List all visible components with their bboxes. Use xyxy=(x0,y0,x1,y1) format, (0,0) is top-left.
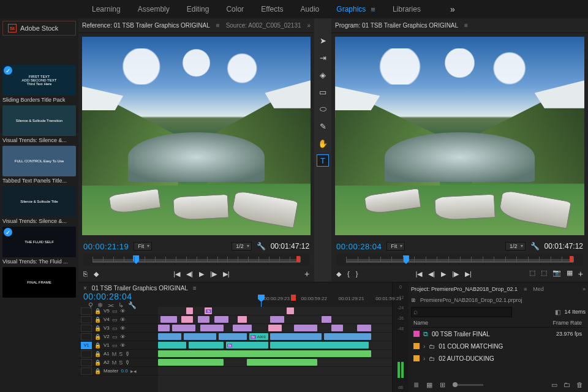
template-item[interactable]: Silence & Solitude TransitionVisual Tren… xyxy=(2,105,76,143)
program-timecode-dur: 00:01:47:12 xyxy=(545,242,583,251)
reference-timecode-in[interactable]: 00:00:21:19 xyxy=(83,242,129,251)
list-view-icon[interactable]: ≣ xyxy=(413,381,419,389)
source-tab[interactable]: Source: A002_C005_02131 xyxy=(226,22,301,29)
eyedropper-tool-icon[interactable]: ✎ xyxy=(317,120,329,132)
ellipse-tool-icon[interactable]: ⬭ xyxy=(317,103,329,115)
template-item[interactable]: FULL CONTROL Easy To UseTabbed Text Pane… xyxy=(2,146,76,184)
zoom-slider[interactable] xyxy=(453,384,483,386)
add-marker-icon[interactable]: ◆ xyxy=(336,270,341,278)
step-forward-icon[interactable]: |▶ xyxy=(210,270,217,278)
type-tool-icon[interactable]: T xyxy=(317,154,329,167)
new-item-icon[interactable]: ▭ xyxy=(551,381,557,389)
workspace-tab-assembly[interactable]: Assembly xyxy=(138,5,170,13)
icon-view-icon[interactable]: ▦ xyxy=(426,381,432,389)
project-overflow-icon[interactable]: » xyxy=(582,286,586,292)
column-framerate[interactable]: Frame Rate xyxy=(543,320,586,326)
check-icon: ✓ xyxy=(4,228,12,236)
column-name[interactable]: Name xyxy=(411,320,543,326)
workspace-tab-effects[interactable]: Effects xyxy=(261,5,283,13)
media-browser-tab[interactable]: Med xyxy=(533,286,544,292)
program-scrubber[interactable] xyxy=(336,254,583,266)
label-swatch xyxy=(413,331,420,337)
monitor-tabs-overflow-icon[interactable]: » xyxy=(307,22,311,29)
reference-tab-menu-icon[interactable]: ≡ xyxy=(216,22,220,29)
program-viewport[interactable] xyxy=(335,37,584,235)
add-marker-icon[interactable]: ◆ xyxy=(94,270,99,278)
workspace-tab-graphics[interactable]: Graphics xyxy=(336,5,366,13)
track-target-v1[interactable]: V1 xyxy=(81,342,92,349)
program-timecode-in[interactable]: 00:00:28:04 xyxy=(336,242,382,251)
template-thumbnail: FULL CONTROL Easy To Use xyxy=(2,146,76,176)
reference-settings-icon[interactable]: 🔧 xyxy=(257,242,266,251)
template-item[interactable]: ✓FIRST TEXT ADD SECOND TEXT Third Text H… xyxy=(2,65,76,103)
project-row[interactable]: ⧉00 TSB Trailer FINAL23.976 fps xyxy=(411,328,586,340)
workspace-tab-learning[interactable]: Learning xyxy=(92,5,121,13)
rectangle-tool-icon[interactable]: ▭ xyxy=(317,86,329,98)
program-resolution-select[interactable]: 1/2 xyxy=(505,242,526,251)
reference-viewport[interactable] xyxy=(82,37,311,235)
template-thumbnail: ✓FIRST TEXT ADD SECOND TEXT Third Text H… xyxy=(2,65,76,96)
new-bin-icon[interactable]: 🗀 xyxy=(564,381,570,389)
delete-icon[interactable]: 🗑 xyxy=(576,381,583,389)
pen-tool-icon[interactable]: ◈ xyxy=(317,69,329,81)
project-file-icon: 🗎 xyxy=(411,297,417,303)
project-tab[interactable]: Project: PremierePro_NAB2018_Drop_02.1 xyxy=(411,286,518,292)
selection-tool-icon[interactable]: ➤ xyxy=(317,34,329,47)
program-tab[interactable]: Program: 01 TSB Trailer Graphics ORIGINA… xyxy=(335,22,458,29)
chevron-right-icon[interactable]: › xyxy=(423,355,425,362)
go-to-out-icon[interactable]: ▶| xyxy=(223,270,230,278)
timeline-tracks[interactable]: fx fxA003 fx xyxy=(158,307,392,392)
mark-in-icon[interactable]: { xyxy=(347,270,350,278)
reference-scrubber[interactable] xyxy=(83,254,309,266)
program-tab-menu-icon[interactable]: ≡ xyxy=(464,22,468,29)
vertical-type-tool-icon[interactable]: ⇥ xyxy=(317,51,329,64)
go-to-in-icon[interactable]: |◀ xyxy=(415,270,422,278)
step-back-icon[interactable]: ◀| xyxy=(186,270,193,278)
play-icon[interactable]: ▶ xyxy=(199,270,204,278)
timeline-ruler[interactable]: 00:00:29:23 00:00:59:22 00:01:29:21 00:0… xyxy=(244,295,387,306)
template-item[interactable]: FINAL FRAME xyxy=(2,267,76,299)
go-to-out-icon[interactable]: ▶| xyxy=(465,270,472,278)
step-forward-icon[interactable]: |▶ xyxy=(452,270,459,278)
reference-monitor: Reference: 01 TSB Trailer Graphics ORIGI… xyxy=(78,18,314,282)
project-panel-container: 0 -12 -24 -36 -48 dB Project: PremierePr… xyxy=(392,282,588,392)
new-bin-icon[interactable]: ◧ xyxy=(555,309,560,315)
export-frame-icon[interactable]: 📷 xyxy=(552,269,561,279)
adobe-stock-button[interactable]: St Adobe Stock xyxy=(2,21,76,36)
program-settings-icon[interactable]: 🔧 xyxy=(530,242,540,251)
label-swatch xyxy=(413,343,420,349)
mark-out-icon[interactable]: } xyxy=(356,270,358,278)
workspace-tab-libraries[interactable]: Libraries xyxy=(393,5,421,13)
project-search-input[interactable] xyxy=(411,307,512,317)
program-zoom-select[interactable]: Fit xyxy=(386,242,405,251)
freeform-view-icon[interactable]: ⊞ xyxy=(440,381,445,389)
workspace-tab-editing[interactable]: Editing xyxy=(187,5,209,13)
workspace-overflow-icon[interactable]: » xyxy=(450,4,455,14)
timeline-title[interactable]: 01 TSB Trailer Graphics ORIGINAL xyxy=(92,285,188,292)
extract-icon[interactable]: ⬚ xyxy=(541,269,547,279)
reference-button-editor-icon[interactable]: + xyxy=(304,269,309,279)
reference-tab[interactable]: Reference: 01 TSB Trailer Graphics ORIGI… xyxy=(82,22,210,29)
project-item-name: 02 AUTO-DUCKING xyxy=(439,355,494,362)
reference-resolution-select[interactable]: 1/2 xyxy=(232,242,252,251)
program-button-editor-icon[interactable]: + xyxy=(578,269,583,279)
project-row[interactable]: ›🗀02 AUTO-DUCKING xyxy=(411,352,586,364)
reference-zoom-select[interactable]: Fit xyxy=(134,242,152,251)
chevron-right-icon[interactable]: › xyxy=(423,343,425,350)
comparison-view-icon[interactable]: ▦ xyxy=(567,269,573,279)
workspace-menu-icon[interactable]: ≡ xyxy=(371,5,375,14)
play-icon[interactable]: ▶ xyxy=(441,270,446,278)
step-back-icon[interactable]: ◀| xyxy=(428,270,435,278)
template-item[interactable]: Silence & Solitude TitleVisual Trends: S… xyxy=(2,186,76,224)
template-title: Sliding Borders Title Pack xyxy=(2,97,76,103)
timeline-timecode[interactable]: 00:00:28:04 xyxy=(83,292,163,301)
lift-icon[interactable]: ⬚ xyxy=(529,269,535,279)
timeline-marker-icon[interactable] xyxy=(291,295,296,301)
template-item[interactable]: ✓THE FLUID SELFVisual Trends: The Fluid … xyxy=(2,227,76,265)
workspace-tab-audio[interactable]: Audio xyxy=(301,5,320,13)
project-row[interactable]: ›🗀01 COLOR MATCHING xyxy=(411,340,586,352)
hand-tool-icon[interactable]: ✋ xyxy=(317,137,329,149)
gang-to-program-icon[interactable]: ⎘ xyxy=(83,270,88,278)
workspace-tab-color[interactable]: Color xyxy=(226,5,244,13)
go-to-in-icon[interactable]: |◀ xyxy=(173,270,180,278)
